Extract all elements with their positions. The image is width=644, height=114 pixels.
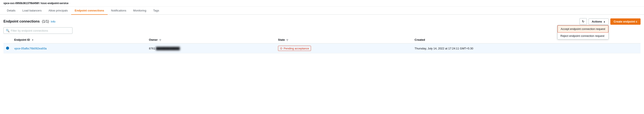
col-owner: Owner ▽	[146, 36, 276, 43]
state-text: Pending acceptance	[284, 47, 309, 50]
section-count: (1/1)	[42, 20, 49, 23]
search-bar[interactable]: 🔍	[4, 27, 72, 34]
sort-endpoint-id-icon[interactable]: ▼	[32, 39, 34, 41]
tab-notifications[interactable]: Notifications	[108, 7, 130, 15]
col-state: State ▽	[276, 36, 412, 43]
tab-details[interactable]: Details	[4, 7, 19, 15]
refresh-icon: ↻	[582, 20, 584, 23]
cell-created: Thursday, July 14, 2022 at 17:24:11 GMT+…	[412, 43, 640, 53]
tab-allow-principals[interactable]: Allow principals	[45, 7, 72, 15]
actions-container: Actions ▲ Accept endpoint connection req…	[588, 18, 609, 25]
tab-monitoring[interactable]: Monitoring	[130, 7, 150, 15]
create-endpoint-label: Create endpoint c	[614, 20, 637, 23]
breadcrumb: vpce-svc-0950b36137f8d458f / ksvc-endpoi…	[0, 0, 644, 7]
actions-label: Actions	[592, 20, 602, 23]
sort-owner-icon[interactable]: ▽	[160, 39, 161, 41]
cell-state: ⊙Pending acceptance	[276, 43, 412, 53]
table-header-row: Endpoint ID ▼ Owner ▽ State ▽ Created	[4, 36, 640, 43]
info-link[interactable]: Info	[51, 20, 56, 23]
tab-load-balancers[interactable]: Load balancers	[19, 7, 45, 15]
section-header: Endpoint connections (1/1) Info ↻ Action…	[4, 18, 640, 25]
row-radio[interactable]	[4, 43, 12, 53]
sort-state-icon[interactable]: ▽	[286, 39, 288, 41]
table-row[interactable]: vpce-05afbc76b092ea93a8761 ████████████⊙…	[4, 43, 640, 53]
radio-selected-icon	[6, 47, 9, 50]
main-content: Endpoint connections (1/1) Info ↻ Action…	[0, 15, 644, 57]
cell-endpoint-id: vpce-05afbc76b092ea93a	[12, 43, 146, 53]
actions-dropdown: Accept endpoint connection requestReject…	[557, 25, 609, 39]
owner-blurred: ████████████	[156, 47, 180, 50]
header-actions: ↻ Actions ▲ Accept endpoint connection r…	[580, 18, 640, 25]
cell-owner: 8761 ████████████	[146, 43, 276, 53]
tab-endpoint-connections[interactable]: Endpoint connections	[71, 7, 108, 15]
actions-button[interactable]: Actions ▲	[588, 18, 609, 25]
search-icon: 🔍	[6, 29, 10, 32]
tab-navigation: DetailsLoad balancersAllow principalsEnd…	[0, 7, 644, 15]
refresh-button[interactable]: ↻	[580, 18, 587, 25]
search-input[interactable]	[11, 29, 70, 32]
section-title-text: Endpoint connections (1/1)	[4, 20, 49, 23]
endpoint-connections-table: Endpoint ID ▼ Owner ▽ State ▽ Created vp…	[4, 36, 640, 53]
section-title: Endpoint connections (1/1) Info	[4, 20, 56, 23]
pending-clock-icon: ⊙	[280, 47, 282, 50]
endpoint-id-link[interactable]: vpce-05afbc76b092ea93a	[14, 47, 46, 50]
col-radio	[4, 36, 12, 43]
breadcrumb-text: vpce-svc-0950b36137f8d458f / ksvc-endpoi…	[4, 2, 68, 5]
create-endpoint-button[interactable]: Create endpoint c	[610, 18, 640, 25]
dropdown-item-reject[interactable]: Reject endpoint connection request	[558, 32, 609, 39]
actions-arrow-icon: ▲	[603, 20, 606, 23]
col-endpoint-id: Endpoint ID ▼	[12, 36, 146, 43]
owner-value: 8761	[149, 47, 156, 50]
state-badge: ⊙Pending acceptance	[278, 46, 311, 51]
dropdown-item-accept[interactable]: Accept endpoint connection request	[558, 25, 609, 32]
tab-tags[interactable]: Tags	[150, 7, 162, 15]
